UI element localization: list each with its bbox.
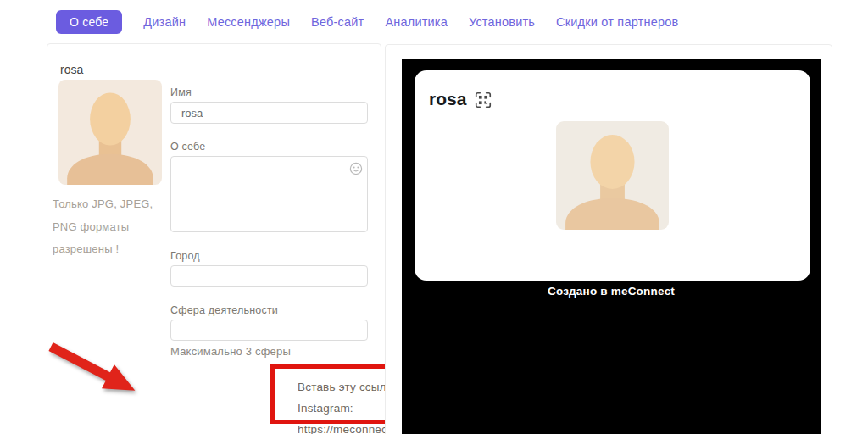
preview-panel: rosa bbox=[385, 44, 832, 434]
preview-card: rosa bbox=[415, 70, 810, 281]
qr-code-icon[interactable] bbox=[474, 91, 492, 109]
avatar-placeholder-icon bbox=[556, 121, 669, 230]
profile-photo-upload[interactable] bbox=[58, 80, 162, 185]
about-label: О себе bbox=[170, 141, 205, 153]
preview-avatar bbox=[556, 121, 669, 230]
profile-username: rosa bbox=[60, 63, 83, 76]
emoji-smiley-icon[interactable] bbox=[349, 162, 363, 175]
preview-footer: Создано в meConnect bbox=[402, 285, 821, 298]
preview-name-row: rosa bbox=[429, 89, 492, 109]
tab-about[interactable]: О себе bbox=[56, 10, 122, 34]
about-field bbox=[170, 156, 368, 232]
tab-analytics[interactable]: Аналитика bbox=[385, 15, 448, 29]
sphere-input[interactable] bbox=[170, 320, 368, 341]
name-input[interactable] bbox=[170, 102, 368, 124]
preview-name: rosa bbox=[429, 89, 466, 109]
tab-bar: О себе Дизайн Мессенджеры Веб-сайт Анали… bbox=[56, 10, 678, 34]
name-label: Имя bbox=[170, 86, 192, 98]
phone-preview: rosa bbox=[402, 59, 821, 434]
city-input[interactable] bbox=[170, 265, 368, 287]
tab-partner-discounts[interactable]: Скидки от партнеров bbox=[556, 15, 678, 29]
city-label: Город bbox=[170, 250, 200, 262]
sphere-helper-text: Максимально 3 сферы bbox=[170, 345, 291, 358]
tab-install[interactable]: Установить bbox=[469, 15, 535, 29]
tab-messengers[interactable]: Мессенджеры bbox=[207, 15, 290, 29]
avatar-placeholder-icon bbox=[58, 80, 162, 185]
tab-design[interactable]: Дизайн bbox=[143, 15, 186, 29]
sphere-label: Сфера деятельности bbox=[170, 304, 278, 316]
profile-form-panel: rosa Только JPG, JPEG, PNG форматы разре… bbox=[47, 43, 381, 434]
photo-format-note: Только JPG, JPEG, PNG форматы разрешены … bbox=[53, 193, 175, 261]
tab-website[interactable]: Веб-сайт bbox=[311, 15, 364, 29]
about-textarea[interactable] bbox=[170, 156, 368, 232]
